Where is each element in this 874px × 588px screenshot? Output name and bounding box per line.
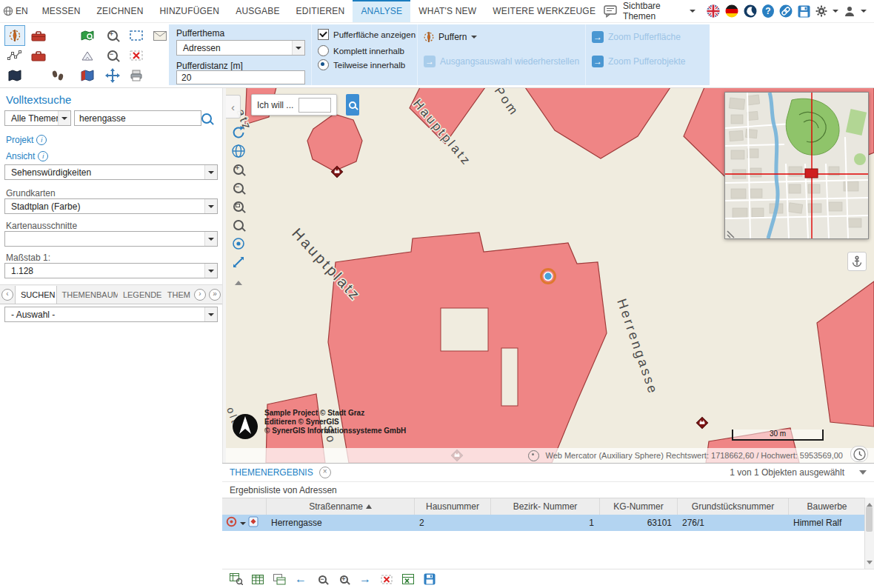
zoom-buffer-objects-button[interactable]: Zoom Pufferobjekte xyxy=(592,56,686,67)
tabstrip-scroll-end[interactable] xyxy=(209,289,221,301)
save-icon[interactable] xyxy=(798,5,810,18)
header-bauwerber[interactable]: Bauwerbe xyxy=(789,498,865,515)
overview-map-tool[interactable] xyxy=(77,65,98,86)
poi-marker-museum-3[interactable] xyxy=(695,415,710,432)
ich-will-input[interactable] xyxy=(298,98,331,113)
pan-tool[interactable] xyxy=(102,65,123,86)
zoom-out-icon[interactable] xyxy=(230,180,247,196)
zoom-out-results-icon[interactable] xyxy=(315,572,330,587)
history-clock-icon[interactable] xyxy=(850,446,868,462)
tab-themenergebnis-cut[interactable]: THEM xyxy=(162,286,193,304)
tabstrip-scroll-left[interactable] xyxy=(1,289,13,301)
row-marker-icon[interactable] xyxy=(248,516,258,529)
ansicht-select[interactable]: Sehenswürdigkeiten xyxy=(4,164,218,180)
tab-themenbaum[interactable]: THEMENBAUM xyxy=(57,286,118,304)
user-icon[interactable] xyxy=(844,5,855,17)
massstab-select[interactable]: 1.128 xyxy=(4,263,218,278)
toolbox-secondary-tool[interactable] xyxy=(28,45,49,66)
previous-result-icon[interactable] xyxy=(293,572,308,587)
results-scrollbar[interactable] xyxy=(864,498,874,569)
settings-gear-icon[interactable] xyxy=(815,5,827,17)
projekt-link[interactable]: Projekt xyxy=(6,135,47,145)
label-triangle-tool[interactable] xyxy=(77,45,98,66)
tab-whats-new[interactable]: WHAT'S NEW xyxy=(410,0,484,22)
zoom-in-results-icon[interactable] xyxy=(336,572,351,587)
close-results-icon[interactable] xyxy=(319,467,331,478)
copy-table-icon[interactable] xyxy=(272,572,287,587)
restore-selection-button[interactable]: Ausgangsauswahl wiederherstellen xyxy=(424,56,579,67)
tabstrip-scroll-right[interactable] xyxy=(194,289,206,301)
ich-will-widget[interactable]: Ich will ... xyxy=(251,94,337,116)
map-zoom-green-icon[interactable] xyxy=(77,25,98,46)
tab-messen[interactable]: MESSEN xyxy=(34,0,89,22)
tab-weitere-werkzeuge[interactable]: WEITERE WERKZEUGE xyxy=(484,0,604,22)
feedback-chat-icon[interactable] xyxy=(604,5,618,18)
puffern-button[interactable]: Puffern xyxy=(424,31,477,43)
header-grundstuecksnummer[interactable]: Grundstücksnummer xyxy=(678,498,789,515)
next-result-icon[interactable] xyxy=(358,572,373,587)
scroll-down-icon[interactable] xyxy=(867,561,873,567)
zoom-last-icon[interactable] xyxy=(230,217,247,233)
auswahl-select[interactable]: - Auswahl - xyxy=(4,307,218,322)
gear-dropdown-caret[interactable] xyxy=(833,10,838,16)
map-view[interactable]: Hauptplatz Hauptplatz Herrengasse Pom at… xyxy=(226,87,874,463)
polyline-tool[interactable] xyxy=(4,45,25,66)
clear-result-selection-icon[interactable] xyxy=(379,572,394,587)
buffer-tool[interactable] xyxy=(4,25,25,46)
tab-analyse[interactable]: ANALYSE xyxy=(353,0,410,22)
pufferdistanz-input[interactable] xyxy=(176,70,305,84)
row-actions-caret[interactable] xyxy=(240,522,246,528)
toolbar-scroll-up-icon[interactable] xyxy=(235,277,242,285)
locate-target-icon[interactable] xyxy=(226,516,237,529)
zoom-to-results-icon[interactable] xyxy=(229,572,244,587)
refresh-icon[interactable] xyxy=(230,124,247,141)
visible-themes-dropdown[interactable]: Sichtbare Themen xyxy=(623,1,695,21)
scroll-up-icon[interactable] xyxy=(867,500,873,507)
share-link-icon[interactable] xyxy=(779,4,793,18)
language-switch[interactable]: EN xyxy=(0,6,34,16)
full-extent-icon[interactable] xyxy=(230,254,247,270)
zoom-window-icon[interactable] xyxy=(230,198,247,215)
scroll-thumb[interactable] xyxy=(866,507,873,532)
header-kg-nummer[interactable]: KG-Nummer xyxy=(600,498,678,515)
save-results-icon[interactable] xyxy=(422,572,437,587)
center-map-icon[interactable] xyxy=(230,235,247,252)
globe-extent-icon[interactable] xyxy=(230,143,247,159)
zoom-out-tool[interactable] xyxy=(102,45,123,66)
mail-tool[interactable] xyxy=(150,25,170,46)
anchor-icon[interactable] xyxy=(847,252,867,271)
show-table-icon[interactable] xyxy=(250,572,265,587)
help-icon[interactable] xyxy=(762,4,774,18)
kartenausschnitte-select[interactable] xyxy=(4,231,218,247)
sidebar-collapse-button[interactable] xyxy=(226,95,241,118)
tab-zeichnen[interactable]: ZEICHNEN xyxy=(89,0,152,22)
export-excel-icon[interactable] xyxy=(401,572,416,587)
ansicht-link[interactable]: Ansicht xyxy=(6,151,48,161)
pufferthema-select[interactable]: Adressen xyxy=(176,40,305,56)
zoom-in-icon[interactable] xyxy=(230,161,247,178)
toolbox-tool[interactable] xyxy=(28,25,49,46)
zoom-in-tool[interactable] xyxy=(102,25,123,46)
select-rectangle-tool[interactable] xyxy=(126,25,147,46)
poi-marker-museum-1[interactable] xyxy=(330,164,344,181)
projekt-info-icon[interactable] xyxy=(36,135,47,145)
clear-selection-tool[interactable] xyxy=(126,45,147,66)
coordinate-target-icon[interactable] xyxy=(528,450,539,461)
ansicht-info-icon[interactable] xyxy=(38,151,48,161)
german-flag-icon[interactable] xyxy=(725,4,738,18)
puffern-dropdown-caret[interactable] xyxy=(471,36,477,41)
grundkarten-select[interactable]: Stadtplan (Farbe) xyxy=(4,198,218,214)
header-hausnummer[interactable]: Hausnummer xyxy=(415,498,491,515)
result-row-selected[interactable]: Herrengasse 2 1 63101 276/1 Himmel Ralf xyxy=(222,515,865,531)
search-theme-select[interactable]: Alle Themen xyxy=(4,110,71,126)
zoom-buffer-area-button[interactable]: Zoom Pufferfläche xyxy=(592,31,681,43)
search-icon[interactable] xyxy=(201,113,212,124)
collapse-results-icon[interactable] xyxy=(859,470,867,478)
show-buffer-area-checkbox[interactable] xyxy=(318,29,329,40)
komplett-innerhalb-radio[interactable] xyxy=(318,45,329,56)
tab-editieren[interactable]: EDITIEREN xyxy=(288,0,353,22)
header-strassenname[interactable]: Straßenname xyxy=(267,498,415,515)
footprints-tool[interactable] xyxy=(47,65,68,86)
themenergebnis-tab[interactable]: THEMENERGEBNIS xyxy=(230,467,313,478)
user-dropdown-caret[interactable] xyxy=(861,10,867,16)
